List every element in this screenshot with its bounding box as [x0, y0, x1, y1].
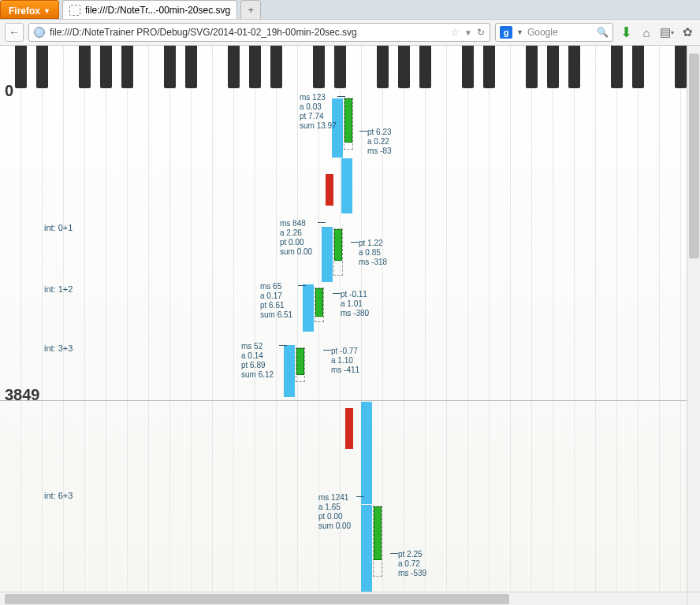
- white-key-column: [149, 46, 170, 605]
- timeline-midline: [0, 400, 700, 401]
- search-engine-dropdown-icon[interactable]: ▼: [516, 28, 523, 36]
- black-key: [15, 46, 27, 88]
- white-key-column: [170, 46, 192, 605]
- url-text: file:///D:/NoteTrainer PRO/Debug/SVG/201…: [50, 27, 357, 38]
- black-key: [568, 46, 580, 88]
- white-key-column: [404, 46, 426, 605]
- black-key: [185, 46, 197, 88]
- horizontal-scrollbar[interactable]: [0, 592, 687, 605]
- note-annotation-left: ms 1241a 1.65 pt 0.00sum 0.00: [318, 493, 356, 531]
- timeline-marker-top: 0: [5, 82, 13, 100]
- tab-title: file:///D:/NoteTr...-00min-20sec.svg: [85, 5, 230, 16]
- note-outline: [296, 347, 305, 382]
- scrollbar-corner: [687, 592, 700, 605]
- interval-label: int: 1+2: [44, 284, 73, 294]
- white-key-column: [192, 46, 213, 605]
- svg-viewport[interactable]: // draw later after binding script? we n…: [0, 46, 700, 605]
- black-key: [632, 46, 644, 88]
- interval-label: int: 3+3: [44, 343, 73, 353]
- black-key: [164, 46, 176, 88]
- white-key-column: [490, 46, 511, 605]
- white-key-column: [468, 46, 490, 605]
- bookmarks-menu-button[interactable]: ▤▾: [659, 24, 675, 40]
- note-outline: [373, 506, 382, 577]
- white-key-column: [43, 46, 64, 605]
- google-icon: g: [500, 26, 512, 39]
- black-key: [547, 46, 559, 88]
- search-bar[interactable]: g ▼ Google 🔍: [495, 23, 613, 42]
- note-annotation-left: ms 848a 2.26 pt 0.00sum 0.00: [280, 219, 318, 257]
- white-key-column: [64, 46, 85, 605]
- white-key-column: [128, 46, 149, 605]
- note-bar-target: [303, 284, 314, 332]
- browser-tab[interactable]: file:///D:/NoteTr...-00min-20sec.svg: [62, 0, 237, 19]
- interval-label: int: 6+3: [44, 491, 73, 500]
- arrow-left-icon: ←: [9, 26, 20, 39]
- note-outline: [333, 228, 343, 276]
- browser-toolbar: ← file:///D:/NoteTrainer PRO/Debug/SVG/2…: [0, 19, 700, 46]
- black-key: [675, 46, 687, 88]
- black-key: [419, 46, 431, 88]
- white-key-column: [85, 46, 106, 605]
- white-key-column: [553, 46, 575, 605]
- white-key-column: [617, 46, 639, 605]
- black-key: [100, 46, 112, 88]
- firefox-menu-button[interactable]: Firefox ▼: [0, 0, 59, 19]
- note-bar-target: [341, 158, 352, 213]
- page-icon: [69, 5, 80, 16]
- addon-button[interactable]: ✿: [680, 24, 695, 40]
- white-key-column: [575, 46, 596, 605]
- black-key: [526, 46, 538, 88]
- white-key-column: [426, 46, 447, 605]
- black-key: [313, 46, 325, 88]
- white-key-column: [596, 46, 617, 605]
- white-key-column: [532, 46, 553, 605]
- caret-down-icon: ▼: [43, 7, 50, 15]
- note-annotation-right: pt -0.11a 1.01ms -380: [341, 290, 369, 318]
- search-icon[interactable]: 🔍: [597, 27, 609, 38]
- black-key: [398, 46, 410, 88]
- white-key-column: [277, 46, 298, 605]
- timeline-marker-mid: 3849: [5, 386, 40, 404]
- plus-icon: +: [248, 4, 254, 16]
- note-annotation-right: pt 2.25a 0.72ms -539: [398, 550, 426, 578]
- interval-label: int: 0+1: [44, 223, 73, 232]
- note-annotation-left: ms 65a 0.17 pt 6.61sum 6.51: [260, 282, 298, 320]
- back-button[interactable]: ←: [5, 23, 24, 42]
- note-annotation-left: ms 123a 0.03 pt 7.74sum 13.97: [300, 93, 337, 131]
- note-bar-target: [361, 505, 372, 592]
- downloads-button[interactable]: ⬇: [618, 24, 634, 40]
- white-key-column: [234, 46, 255, 605]
- horizontal-scrollbar-thumb[interactable]: [5, 594, 509, 604]
- browser-tabstrip: Firefox ▼ file:///D:/NoteTr...-00min-20s…: [0, 0, 700, 19]
- bookmark-star-icon[interactable]: ☆: [451, 27, 460, 38]
- black-key: [611, 46, 623, 88]
- note-bar-miss: [326, 174, 333, 206]
- note-bar-target: [322, 227, 333, 282]
- url-dropdown-icon[interactable]: ▼: [464, 28, 472, 37]
- note-bar-target: [284, 345, 295, 397]
- vertical-scrollbar-thumb[interactable]: [689, 54, 699, 258]
- black-key: [36, 46, 48, 88]
- note-bar-miss: [345, 408, 353, 449]
- black-key: [228, 46, 240, 88]
- black-key: [79, 46, 91, 88]
- search-placeholder: Google: [527, 27, 558, 38]
- black-key: [334, 46, 346, 88]
- vertical-scrollbar[interactable]: [687, 46, 700, 592]
- white-key-column: [639, 46, 660, 605]
- black-key: [483, 46, 495, 88]
- black-key: [377, 46, 389, 88]
- new-tab-button[interactable]: +: [240, 0, 261, 19]
- firefox-label: Firefox: [9, 6, 40, 17]
- white-key-column: [511, 46, 532, 605]
- note-annotation-right: pt 1.22a 0.85ms -318: [359, 239, 387, 267]
- note-annotation-right: pt 6.23a 0.22ms -83: [367, 128, 392, 156]
- home-button[interactable]: ⌂: [639, 24, 654, 40]
- black-key: [270, 46, 282, 88]
- white-key-column: [0, 46, 21, 605]
- note-outline: [315, 288, 324, 322]
- white-key-column: [255, 46, 277, 605]
- url-bar[interactable]: file:///D:/NoteTrainer PRO/Debug/SVG/201…: [28, 23, 490, 42]
- reload-icon[interactable]: ↻: [477, 27, 485, 38]
